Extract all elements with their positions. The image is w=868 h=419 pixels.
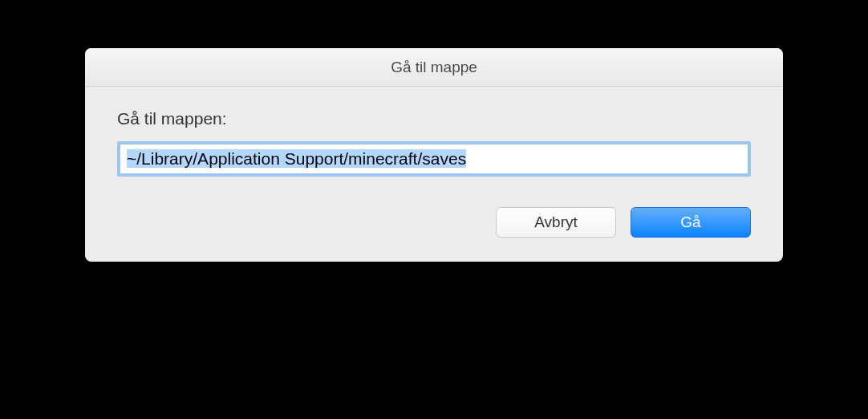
go-button[interactable]: Gå	[631, 207, 751, 238]
dialog-buttons: Avbryt Gå	[117, 207, 751, 238]
path-input-wrapper[interactable]: ~/Library/Application Support/minecraft/…	[117, 141, 751, 177]
cancel-button[interactable]: Avbryt	[496, 207, 616, 238]
dialog-titlebar: Gå til mappe	[85, 48, 783, 87]
path-input[interactable]: ~/Library/Application Support/minecraft/…	[120, 144, 748, 173]
dialog-title: Gå til mappe	[391, 59, 477, 76]
dialog-content: Gå til mappen: ~/Library/Application Sup…	[85, 87, 783, 262]
path-label: Gå til mappen:	[117, 109, 751, 128]
go-to-folder-dialog: Gå til mappe Gå til mappen: ~/Library/Ap…	[85, 48, 783, 262]
